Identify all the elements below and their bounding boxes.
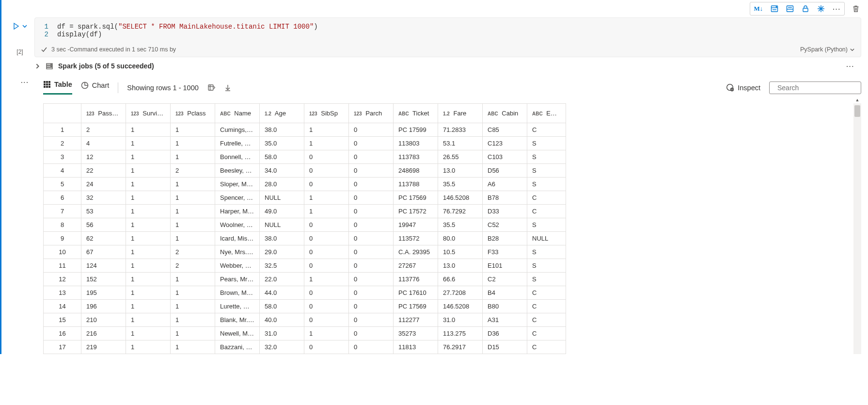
data-cell[interactable]: 13.0 [438, 164, 483, 178]
data-cell[interactable]: 35273 [394, 327, 438, 340]
data-cell[interactable]: 1 [126, 232, 171, 245]
column-header[interactable]: ABC Ticket [394, 104, 438, 123]
data-cell[interactable]: 66.6 [438, 273, 483, 286]
data-cell[interactable]: PC 17599 [394, 123, 438, 137]
data-cell[interactable]: 113803 [394, 137, 438, 150]
expand-spark-jobs-icon[interactable] [34, 63, 41, 69]
data-cell[interactable]: 0 [304, 218, 349, 232]
data-cell[interactable]: 0 [349, 259, 394, 273]
data-cell[interactable]: 0 [349, 340, 394, 354]
table-row[interactable]: 52411Sloper, Mr. ...28.00011378835.5A6S [44, 178, 566, 191]
data-cell[interactable]: 29.0 [260, 245, 304, 259]
spark-jobs-more-icon[interactable]: ··· [846, 63, 854, 70]
data-cell[interactable]: 1 [171, 191, 215, 205]
data-cell[interactable]: Nye, Mrs. (E... [215, 245, 260, 259]
data-cell[interactable]: 113788 [394, 178, 438, 191]
data-cell[interactable]: 0 [349, 178, 394, 191]
inspect-button[interactable]: Inspect [726, 83, 760, 92]
data-cell[interactable]: 0 [304, 340, 349, 354]
data-cell[interactable]: Blank, Mr. H... [215, 313, 260, 327]
run-cell-button[interactable] [12, 22, 20, 30]
data-cell[interactable]: 0 [349, 313, 394, 327]
data-cell[interactable]: 0 [304, 150, 349, 164]
data-cell[interactable]: 0 [349, 327, 394, 340]
data-cell[interactable]: 146.5208 [438, 191, 483, 205]
table-row[interactable]: 42212Beesley, Mr....34.00024869813.0D56S [44, 164, 566, 178]
data-cell[interactable]: C52 [483, 218, 527, 232]
data-cell[interactable]: 32.0 [260, 340, 304, 354]
data-cell[interactable]: 1 [126, 164, 171, 178]
data-cell[interactable]: 0 [349, 245, 394, 259]
data-cell[interactable]: S [527, 137, 566, 150]
data-cell[interactable]: D36 [483, 327, 527, 340]
data-cell[interactable]: 0 [304, 313, 349, 327]
data-cell[interactable]: 2 [81, 123, 126, 137]
data-cell[interactable]: 22.0 [260, 273, 304, 286]
data-cell[interactable]: 13.0 [438, 259, 483, 273]
column-header[interactable]: 123 Survived [126, 104, 171, 123]
data-cell[interactable]: 1 [171, 123, 215, 137]
data-cell[interactable]: 31.0 [438, 313, 483, 327]
data-cell[interactable]: 22 [81, 164, 126, 178]
data-cell[interactable]: 11813 [394, 340, 438, 354]
filter-icon[interactable] [866, 84, 868, 91]
data-cell[interactable]: 248698 [394, 164, 438, 178]
data-cell[interactable]: 62 [81, 232, 126, 245]
table-row[interactable]: 31211Bonnell, Mis...58.00011378326.55C10… [44, 150, 566, 164]
data-cell[interactable]: 1 [126, 123, 171, 137]
data-cell[interactable]: 1 [171, 205, 215, 218]
data-cell[interactable]: Cumings, M... [215, 123, 260, 137]
data-cell[interactable]: B28 [483, 232, 527, 245]
data-cell[interactable]: C [527, 327, 566, 340]
data-cell[interactable]: 28.0 [260, 178, 304, 191]
data-cell[interactable]: 1 [304, 137, 349, 150]
data-cell[interactable]: 56 [81, 218, 126, 232]
data-cell[interactable]: 1 [126, 245, 171, 259]
data-cell[interactable]: 80.0 [438, 232, 483, 245]
data-cell[interactable]: 0 [304, 286, 349, 300]
data-cell[interactable]: 49.0 [260, 205, 304, 218]
search-input[interactable] [777, 84, 862, 92]
data-cell[interactable]: S [527, 259, 566, 273]
copy-table-icon[interactable] [207, 84, 215, 92]
data-cell[interactable]: 1 [126, 327, 171, 340]
data-cell[interactable]: Harper, Mrs.... [215, 205, 260, 218]
data-cell[interactable]: C [527, 340, 566, 354]
hide-output-icon[interactable] [769, 3, 780, 14]
data-cell[interactable]: Pears, Mrs. ... [215, 273, 260, 286]
column-header[interactable]: 123 SibSp [304, 104, 349, 123]
data-cell[interactable]: B80 [483, 300, 527, 313]
data-cell[interactable]: 35.5 [438, 178, 483, 191]
data-cell[interactable]: 1 [171, 273, 215, 286]
data-cell[interactable]: C [527, 205, 566, 218]
table-row[interactable]: 96211Icard, Miss. ...38.00011357280.0B28… [44, 232, 566, 245]
data-cell[interactable]: 1 [171, 178, 215, 191]
data-cell[interactable]: 210 [81, 313, 126, 327]
data-cell[interactable]: 1 [171, 232, 215, 245]
data-cell[interactable]: PC 17569 [394, 191, 438, 205]
data-cell[interactable]: S [527, 218, 566, 232]
data-cell[interactable]: D15 [483, 340, 527, 354]
data-cell[interactable]: Newell, Mis... [215, 327, 260, 340]
column-header[interactable]: ABC Name [215, 104, 260, 123]
data-cell[interactable]: 1 [304, 123, 349, 137]
data-cell[interactable]: 0 [349, 273, 394, 286]
data-cell[interactable]: 0 [349, 300, 394, 313]
data-cell[interactable]: Bonnell, Mis... [215, 150, 260, 164]
data-cell[interactable]: 1 [304, 327, 349, 340]
table-row[interactable]: 1521011Blank, Mr. H...40.00011227731.0A3… [44, 313, 566, 327]
table-row[interactable]: 63211Spencer, Mr...NULL10PC 17569146.520… [44, 191, 566, 205]
cell-output-more-icon[interactable]: ··· [21, 79, 29, 86]
table-row[interactable]: 2411Futrelle, Mrs...35.01011380353.1C123… [44, 137, 566, 150]
data-cell[interactable]: B4 [483, 286, 527, 300]
data-cell[interactable]: A6 [483, 178, 527, 191]
table-row[interactable]: 1721911Bazzani, Mis...32.0001181376.2917… [44, 340, 566, 354]
data-cell[interactable]: E101 [483, 259, 527, 273]
data-cell[interactable]: 0 [349, 164, 394, 178]
data-cell[interactable]: 0 [349, 137, 394, 150]
data-cell[interactable]: PC 17610 [394, 286, 438, 300]
data-cell[interactable]: 1 [126, 340, 171, 354]
data-cell[interactable]: 112277 [394, 313, 438, 327]
data-cell[interactable]: 12 [81, 150, 126, 164]
data-cell[interactable]: C [527, 191, 566, 205]
